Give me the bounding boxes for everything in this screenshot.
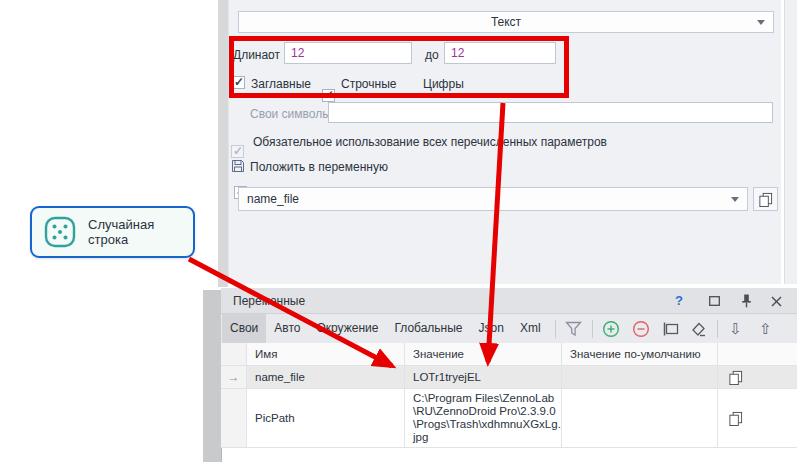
copy-row-button[interactable] bbox=[718, 366, 797, 389]
row-indicator-cell: → bbox=[221, 366, 247, 389]
move-up-button[interactable]: ⇧ bbox=[754, 317, 778, 341]
arrow-up-icon: ⇧ bbox=[759, 321, 772, 336]
toolbar-separator bbox=[592, 320, 593, 338]
variable-dropdown-value: name_file bbox=[247, 192, 299, 206]
variable-dropdown[interactable]: name_file bbox=[238, 187, 748, 211]
tab-own[interactable]: Свои bbox=[222, 314, 266, 343]
pin-button[interactable] bbox=[738, 293, 754, 309]
close-button[interactable] bbox=[768, 293, 784, 309]
tab-global[interactable]: Глобальные bbox=[386, 314, 470, 343]
uppercase-label: Заглавные bbox=[251, 77, 311, 91]
tab-auto[interactable]: Авто bbox=[266, 314, 308, 343]
clear-button[interactable] bbox=[687, 317, 711, 341]
arrow-down-icon: ⇩ bbox=[729, 321, 742, 336]
filter-icon bbox=[565, 321, 582, 337]
custom-chars-checkbox bbox=[231, 145, 244, 158]
table-cell-default[interactable] bbox=[562, 366, 718, 389]
tab-xml[interactable]: Xml bbox=[512, 314, 549, 343]
vertical-splitter[interactable] bbox=[218, 0, 228, 287]
type-dropdown[interactable]: Текст bbox=[238, 11, 774, 33]
uppercase-checkbox[interactable] bbox=[232, 76, 245, 89]
filter-button[interactable] bbox=[562, 317, 586, 341]
maximize-icon bbox=[709, 296, 720, 306]
add-icon bbox=[602, 320, 620, 338]
add-variable-button[interactable] bbox=[599, 317, 623, 341]
pin-icon bbox=[741, 294, 752, 308]
row-indicator-cell bbox=[221, 389, 247, 448]
frame-icon bbox=[662, 321, 680, 337]
close-icon bbox=[771, 296, 782, 307]
remove-variable-button[interactable] bbox=[629, 317, 653, 341]
digits-label: Цифры bbox=[423, 77, 464, 91]
vertical-splitter-lower[interactable] bbox=[203, 290, 221, 462]
tab-environment[interactable]: Окружение bbox=[308, 314, 386, 343]
tab-json[interactable]: Json bbox=[471, 314, 512, 343]
dice-icon bbox=[43, 215, 77, 249]
column-header-default[interactable]: Значение по-умолчанию bbox=[562, 343, 718, 366]
action-block-random-string[interactable]: Случайная строка bbox=[30, 206, 195, 258]
custom-chars-label: Свои символы bbox=[250, 107, 331, 121]
move-down-button[interactable]: ⇩ bbox=[724, 317, 748, 341]
eraser-icon bbox=[690, 321, 707, 337]
copy-icon bbox=[758, 192, 773, 207]
maximize-button[interactable] bbox=[706, 293, 722, 309]
table-cell-value[interactable]: LOTr1tryejEL bbox=[405, 366, 562, 389]
table-cell-name[interactable]: name_file bbox=[247, 366, 405, 389]
properties-scrollbar[interactable] bbox=[784, 0, 797, 284]
variables-tabstrip: Свои Авто Окружение Глобальные Json Xml … bbox=[221, 314, 797, 343]
table-cell-default[interactable] bbox=[562, 389, 718, 448]
copy-icon bbox=[728, 370, 743, 385]
copy-variable-button[interactable] bbox=[753, 187, 778, 211]
remove-icon bbox=[632, 320, 650, 338]
custom-chars-input[interactable] bbox=[328, 102, 773, 123]
help-icon[interactable]: ? bbox=[672, 293, 686, 308]
lowercase-label: Строчные bbox=[341, 77, 396, 91]
toolbar-separator bbox=[717, 320, 718, 338]
copy-icon bbox=[728, 411, 743, 426]
length-from-label: от bbox=[268, 48, 280, 62]
copy-row-button[interactable] bbox=[718, 389, 797, 448]
chevron-down-icon bbox=[731, 197, 739, 202]
length-label: Длина: bbox=[233, 48, 271, 62]
chevron-down-icon bbox=[757, 20, 765, 25]
save-to-variable-icon bbox=[230, 158, 246, 174]
column-header-actions bbox=[718, 343, 797, 366]
table-cell-value[interactable]: C:\Program Files\ZennoLab\RU\ZennoDroid … bbox=[405, 389, 562, 448]
action-block-label: Случайная строка bbox=[88, 217, 193, 247]
variables-title: Переменные bbox=[233, 294, 305, 308]
column-header-value[interactable]: Значение bbox=[405, 343, 562, 366]
length-to-label: до bbox=[425, 48, 439, 62]
type-dropdown-value: Текст bbox=[491, 15, 521, 29]
table-corner-cell bbox=[221, 343, 247, 366]
length-from-input[interactable]: 12 bbox=[284, 42, 412, 64]
lowercase-checkbox[interactable] bbox=[322, 89, 335, 102]
table-cell-name[interactable]: PicPath bbox=[247, 389, 405, 448]
column-header-name[interactable]: Имя bbox=[247, 343, 405, 366]
use-all-label: Обязательное использование всех перечисл… bbox=[253, 135, 607, 149]
toolbar-separator bbox=[555, 320, 556, 338]
rename-button[interactable] bbox=[659, 317, 683, 341]
put-to-variable-label: Положить в переменную bbox=[250, 160, 388, 174]
current-row-arrow-icon: → bbox=[228, 370, 240, 384]
length-to-input[interactable]: 12 bbox=[444, 42, 556, 64]
